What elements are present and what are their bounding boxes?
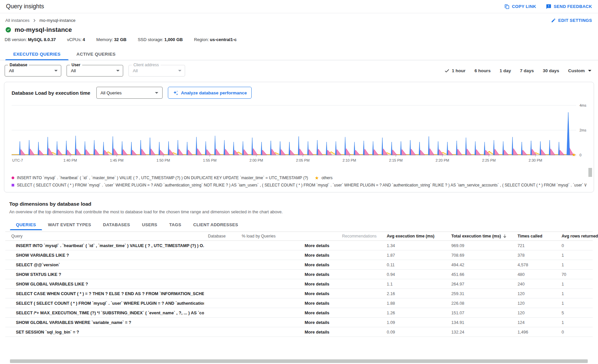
query-cell: SHOW VARIABLES LIKE ? (5, 253, 204, 258)
edit-settings-button[interactable]: EDIT SETTINGS (551, 18, 592, 23)
times-called-cell: 120 (509, 291, 553, 296)
query-cell: SET SESSION `sql_log_bin` = ? (5, 330, 204, 335)
col-times-called[interactable]: Times called (509, 234, 553, 238)
tab-executed-queries[interactable]: EXECUTED QUERIES (5, 48, 69, 60)
tab-users[interactable]: USERS (136, 220, 163, 230)
legend-row-2: SELECT ( SELECT COUNT ( * ) FROM `mysql`… (12, 183, 586, 187)
tab-queries[interactable]: QUERIES (10, 220, 42, 230)
table-row[interactable]: SELECT /*+ MAX_EXECUTION_TIME (?) */ `SU… (5, 308, 593, 318)
avg-execution-time-cell: 1.26 (383, 310, 446, 315)
analyze-database-performance-button[interactable]: Analyze database performance (168, 87, 252, 99)
tab-tags[interactable]: TAGS (163, 220, 187, 230)
time-range-1-day[interactable]: 1 day (500, 68, 511, 73)
svg-text:1:45 PM: 1:45 PM (110, 158, 124, 162)
chevron-down-icon (155, 92, 158, 94)
pencil-icon (551, 18, 556, 23)
database-load-chart: 4ms2ms01:40 PM1:45 PM1:50 PM1:55 PM2:00 … (12, 102, 594, 172)
chevron-down-icon (588, 70, 591, 72)
time-range-custom[interactable]: Custom (568, 68, 591, 73)
breadcrumb-all-instances[interactable]: All instances (5, 18, 29, 23)
time-range-7-days[interactable]: 7 days (520, 68, 534, 73)
queries-dimension-select[interactable]: All Queries (96, 87, 163, 99)
total-execution-time-cell: 969.09 (446, 243, 509, 248)
more-details-link[interactable]: More details (303, 282, 333, 286)
svg-text:0: 0 (579, 153, 581, 157)
more-details-link[interactable]: More details (303, 262, 333, 267)
svg-text:2:20 PM: 2:20 PM (436, 158, 449, 162)
svg-text:1:40 PM: 1:40 PM (64, 158, 77, 162)
total-execution-time-cell: 494.42 (446, 262, 509, 267)
feedback-icon (546, 4, 551, 9)
query-cell: SELECT /*+ MAX_EXECUTION_TIME (?) */ `SU… (5, 310, 204, 315)
total-execution-time-cell: 259.31 (446, 291, 509, 296)
table-row[interactable]: SELECT CASE WHEN COUNT ( * ) = ? THEN ? … (5, 289, 593, 298)
user-filter-select[interactable]: User All (67, 65, 123, 77)
query-cell: SELECT CASE WHEN COUNT ( * ) = ? THEN ? … (5, 291, 204, 296)
more-details-link[interactable]: More details (303, 272, 333, 277)
more-details-link[interactable]: More details (303, 301, 333, 306)
table-header: Query Database % load by Queries Recomme… (5, 232, 593, 241)
others-star-icon: ★ (572, 152, 576, 157)
table-row[interactable]: SHOW STATUS LIKE ? More details 0.94 451… (5, 270, 593, 279)
sort-desc-arrow-icon (502, 234, 507, 238)
col-avg-execution-time[interactable]: Avg execution time (ms) (383, 234, 446, 238)
database-filter-select[interactable]: Database All (5, 65, 61, 77)
copy-icon (504, 4, 510, 9)
col-query: Query (5, 234, 204, 238)
table-row[interactable]: INSERT INTO `mysql` . `heartbeat` ( `id`… (5, 241, 593, 250)
times-called-cell: 240 (509, 282, 553, 286)
svg-text:4ms: 4ms (579, 103, 586, 107)
table-row[interactable]: SHOW GLOBAL VARIABLES WHERE `variable_na… (5, 318, 593, 327)
more-details-link[interactable]: More details (303, 310, 333, 315)
avg-execution-time-cell: 2.16 (383, 291, 446, 296)
breadcrumb-current: mo-mysql-instance (39, 18, 75, 23)
avg-execution-time-cell: 1.09 (383, 320, 446, 325)
tab-databases[interactable]: DATABASES (97, 220, 136, 230)
purple-square-marker (12, 184, 14, 186)
chevron-down-icon (178, 70, 181, 72)
avg-rows-returned-cell: 1 (553, 253, 593, 258)
more-details-link[interactable]: More details (303, 291, 333, 296)
avg-rows-returned-cell: 1 (553, 301, 593, 306)
time-range-30-days[interactable]: 30 days (543, 68, 559, 73)
horizontal-scrollbar[interactable] (10, 359, 588, 363)
spark-icon (173, 90, 178, 96)
col-load: % load by Queries (234, 234, 303, 238)
col-avg-rows-returned[interactable]: Avg rows returned (553, 234, 598, 238)
tab-client-addresses[interactable]: CLIENT ADDRESSES (187, 220, 244, 230)
tab-active-queries[interactable]: ACTIVE QUERIES (69, 48, 124, 60)
table-row[interactable]: SELECT @@`version` More details 0.11 494… (5, 260, 593, 270)
total-execution-time-cell: 708.69 (446, 253, 509, 258)
legend-vertical-scrollbar[interactable] (588, 168, 592, 177)
more-details-link[interactable]: More details (303, 253, 333, 258)
time-range-6-hours[interactable]: 6 hours (474, 68, 491, 73)
col-recommendations: Recommendations (333, 234, 383, 238)
table-row[interactable]: SET SESSION `sql_log_bin` = ? More detai… (5, 327, 593, 337)
instance-meta: DB version:MySQL 8.0.37 vCPUs:4 Memory:3… (5, 37, 592, 42)
times-called-cell: 120 (509, 310, 553, 315)
query-cell: INSERT INTO `mysql` . `heartbeat` ( `id`… (5, 243, 204, 248)
table-row[interactable]: SHOW VARIABLES LIKE ? More details 1.87 … (5, 250, 593, 260)
status-healthy-icon (5, 27, 11, 33)
times-called-cell: 1,496 (509, 330, 553, 335)
copy-link-button[interactable]: COPY LINK (504, 4, 536, 9)
table-row[interactable]: SELECT ( SELECT COUNT ( * ) FROM `mysql`… (5, 298, 593, 308)
send-feedback-button[interactable]: SEND FEEDBACK (546, 4, 592, 9)
query-table-body: INSERT INTO `mysql` . `heartbeat` ( `id`… (5, 241, 593, 337)
user-filter-label: User (70, 63, 82, 67)
more-details-link[interactable]: More details (303, 330, 333, 335)
instance-name: mo-mysql-instance (15, 26, 72, 33)
chart-title: Database Load by execution time (12, 90, 90, 96)
table-row[interactable]: SHOW GLOBAL VARIABLES LIKE ? More detail… (5, 279, 593, 289)
more-details-link[interactable]: More details (303, 320, 333, 325)
col-total-execution-time[interactable]: Total execution time (ms) (446, 234, 509, 238)
svg-text:2:15 PM: 2:15 PM (389, 158, 403, 162)
time-range-1-hour[interactable]: 1 hour (444, 68, 466, 73)
query-cell: SELECT @@`version` (5, 262, 204, 267)
total-execution-time-cell: 451.66 (446, 272, 509, 277)
svg-text:1:55 PM: 1:55 PM (203, 158, 217, 162)
total-execution-time-cell: 151.07 (446, 310, 509, 315)
total-execution-time-cell: 264.97 (446, 282, 509, 286)
tab-wait-event-types[interactable]: WAIT EVENT TYPES (42, 220, 97, 230)
more-details-link[interactable]: More details (303, 243, 333, 248)
